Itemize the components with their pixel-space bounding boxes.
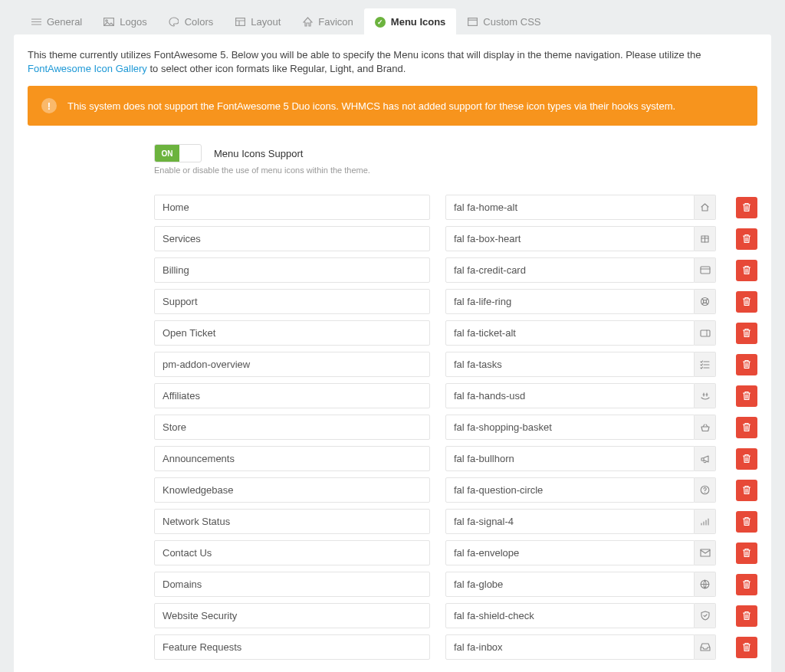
fontawesome-gallery-link[interactable]: FontAwesome Icon Gallery	[28, 63, 147, 74]
tabs-bar: GeneralLogosColorsLayoutFavicon✓Menu Ico…	[14, 8, 771, 34]
toggle-row: ON Menu Icons Support	[154, 144, 757, 162]
layout-icon	[235, 17, 245, 28]
icon-class-input[interactable]	[445, 477, 695, 503]
delete-row-button[interactable]	[736, 197, 757, 218]
tab-menu-icons[interactable]: ✓Menu Icons	[364, 8, 457, 35]
menu-name-input[interactable]	[154, 289, 430, 314]
delete-row-button[interactable]	[736, 480, 757, 501]
delete-row-button[interactable]	[736, 354, 757, 375]
menu-name-input[interactable]	[154, 477, 430, 503]
menu-name-input[interactable]	[154, 572, 430, 597]
icon-class-input[interactable]	[445, 289, 695, 314]
trash-icon	[742, 328, 751, 338]
icon-rows	[154, 195, 757, 660]
trash-icon	[742, 391, 751, 401]
tab-layout[interactable]: Layout	[224, 8, 291, 35]
delete-row-button[interactable]	[736, 574, 757, 595]
exclamation-icon: !	[41, 98, 57, 113]
icon-class-input[interactable]	[445, 195, 695, 220]
icon-class-input[interactable]	[445, 415, 695, 440]
menu-name-input[interactable]	[154, 195, 430, 220]
tab-label: Colors	[185, 16, 214, 28]
hands-icon	[695, 383, 716, 408]
tab-label: Layout	[251, 16, 281, 28]
icon-class-input[interactable]	[445, 446, 695, 471]
delete-row-button[interactable]	[736, 385, 757, 407]
icon-row	[154, 509, 757, 534]
horn-icon	[695, 446, 716, 471]
icon-row	[154, 257, 757, 283]
ticket-icon	[695, 320, 716, 346]
trash-icon	[742, 579, 751, 589]
question-icon	[695, 477, 716, 503]
icon-class-input[interactable]	[445, 320, 695, 346]
alert-text: This system does not support the FontAwe…	[67, 100, 675, 112]
icon-row	[154, 540, 757, 565]
icon-class-input[interactable]	[445, 352, 695, 377]
ring-icon	[695, 289, 716, 314]
tab-label: Favicon	[318, 16, 353, 28]
menu-name-input[interactable]	[154, 352, 430, 377]
icon-row	[154, 226, 757, 251]
trash-icon	[742, 422, 751, 432]
trash-icon	[742, 516, 751, 526]
icon-class-input[interactable]	[445, 572, 695, 597]
delete-row-button[interactable]	[736, 323, 757, 344]
menu-name-input[interactable]	[154, 226, 430, 251]
menu-name-input[interactable]	[154, 320, 430, 346]
signal-icon	[695, 509, 716, 534]
icon-row	[154, 446, 757, 471]
icon-class-input[interactable]	[445, 383, 695, 408]
icon-class-input[interactable]	[445, 509, 695, 534]
logos-icon	[103, 17, 114, 28]
icon-class-input[interactable]	[445, 603, 695, 628]
trash-icon	[742, 265, 751, 275]
custom-css-icon	[467, 17, 478, 28]
tab-label: General	[47, 16, 82, 28]
basket-icon	[695, 415, 716, 440]
toggle-on-label: ON	[155, 145, 179, 162]
menu-name-input[interactable]	[154, 540, 430, 565]
menu-name-input[interactable]	[154, 634, 430, 660]
icon-class-input[interactable]	[445, 540, 695, 565]
tab-colors[interactable]: Colors	[158, 8, 225, 35]
inbox-icon	[695, 634, 716, 660]
home-icon	[695, 195, 716, 220]
delete-row-button[interactable]	[736, 417, 757, 438]
delete-row-button[interactable]	[736, 448, 757, 470]
menu-name-input[interactable]	[154, 446, 430, 471]
delete-row-button[interactable]	[736, 605, 757, 627]
icon-class-input[interactable]	[445, 634, 695, 660]
icon-class-input[interactable]	[445, 226, 695, 251]
delete-row-button[interactable]	[736, 260, 757, 281]
warning-alert: ! This system does not support the FontA…	[28, 86, 757, 126]
envelope-icon	[695, 540, 716, 565]
colors-icon	[169, 17, 179, 28]
delete-row-button[interactable]	[736, 511, 757, 533]
icon-row	[154, 634, 757, 660]
card-icon	[695, 257, 716, 283]
delete-row-button[interactable]	[736, 228, 757, 250]
icon-row	[154, 603, 757, 628]
delete-row-button[interactable]	[736, 543, 757, 564]
tab-custom-css[interactable]: Custom CSS	[456, 8, 551, 35]
tab-label: Custom CSS	[483, 16, 540, 28]
svg-point-1	[106, 20, 107, 21]
menu-name-input[interactable]	[154, 383, 430, 408]
menu-name-input[interactable]	[154, 257, 430, 283]
panel-menu-icons: This theme currently utilizes FontAwesom…	[14, 34, 771, 672]
trash-icon	[742, 642, 751, 652]
icon-class-input[interactable]	[445, 257, 695, 283]
shield-icon	[695, 603, 716, 628]
menu-icons-toggle[interactable]: ON	[154, 144, 202, 162]
icon-row	[154, 572, 757, 597]
tab-favicon[interactable]: Favicon	[291, 8, 364, 35]
delete-row-button[interactable]	[736, 291, 757, 313]
menu-name-input[interactable]	[154, 415, 430, 440]
menu-name-input[interactable]	[154, 603, 430, 628]
tab-logos[interactable]: Logos	[93, 8, 157, 35]
tab-general[interactable]: General	[20, 8, 93, 35]
delete-row-button[interactable]	[736, 637, 757, 658]
menu-name-input[interactable]	[154, 509, 430, 534]
icon-row	[154, 289, 757, 314]
